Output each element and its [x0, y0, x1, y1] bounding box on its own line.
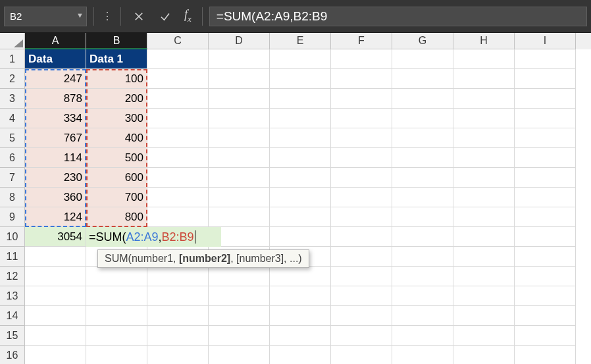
- cell-I2[interactable]: [515, 69, 576, 89]
- cell-I5[interactable]: [515, 128, 576, 148]
- row-header-16[interactable]: 16: [0, 346, 25, 364]
- cell-F14[interactable]: [331, 306, 392, 326]
- cell-area[interactable]: DataData 1247100878200334300767400114500…: [25, 49, 576, 364]
- cell-B8[interactable]: 700: [86, 188, 147, 207]
- cell-G2[interactable]: [392, 69, 453, 89]
- cell-A6[interactable]: 114: [25, 148, 86, 168]
- cell-F5[interactable]: [331, 128, 392, 148]
- cell-F3[interactable]: [331, 89, 392, 109]
- cell-H9[interactable]: [453, 207, 515, 227]
- cell-A5[interactable]: 767: [25, 128, 86, 148]
- name-box[interactable]: B2 ▼: [4, 7, 87, 26]
- col-header-B[interactable]: B: [86, 33, 147, 49]
- cell-B1[interactable]: Data 1: [86, 49, 147, 69]
- cell-B16[interactable]: [86, 346, 147, 364]
- cancel-formula-button[interactable]: [128, 7, 150, 26]
- cell-E6[interactable]: [270, 148, 331, 168]
- cell-A4[interactable]: 334: [25, 109, 86, 128]
- cell-H13[interactable]: [453, 286, 515, 306]
- cell-B9[interactable]: 800: [86, 207, 147, 227]
- cell-B14[interactable]: [86, 306, 147, 326]
- row-header-8[interactable]: 8: [0, 188, 25, 207]
- cell-C6[interactable]: [147, 148, 209, 168]
- cell-B4[interactable]: 300: [86, 109, 147, 128]
- cell-A12[interactable]: [25, 267, 86, 286]
- cell-E2[interactable]: [270, 69, 331, 89]
- cell-H12[interactable]: [453, 267, 515, 286]
- formula-bar[interactable]: =SUM(A2:A9,B2:B9: [209, 7, 587, 26]
- col-header-G[interactable]: G: [392, 33, 453, 49]
- cell-D12[interactable]: [209, 267, 270, 286]
- cell-B13[interactable]: [86, 286, 147, 306]
- cell-G15[interactable]: [392, 326, 453, 346]
- cell-E13[interactable]: [270, 286, 331, 306]
- cell-A11[interactable]: [25, 247, 86, 267]
- cell-F12[interactable]: [331, 267, 392, 286]
- cell-H8[interactable]: [453, 188, 515, 207]
- cell-C15[interactable]: [147, 326, 209, 346]
- cell-D3[interactable]: [209, 89, 270, 109]
- cell-I6[interactable]: [515, 148, 576, 168]
- cell-B6[interactable]: 500: [86, 148, 147, 168]
- cell-B3[interactable]: 200: [86, 89, 147, 109]
- cell-C3[interactable]: [147, 89, 209, 109]
- cell-D6[interactable]: [209, 148, 270, 168]
- cell-D9[interactable]: [209, 207, 270, 227]
- cell-E15[interactable]: [270, 326, 331, 346]
- cell-G6[interactable]: [392, 148, 453, 168]
- col-header-D[interactable]: D: [209, 33, 270, 49]
- cell-C12[interactable]: [147, 267, 209, 286]
- cell-D14[interactable]: [209, 306, 270, 326]
- row-header-10[interactable]: 10: [0, 227, 25, 247]
- row-header-3[interactable]: 3: [0, 89, 25, 109]
- cell-C4[interactable]: [147, 109, 209, 128]
- cell-H5[interactable]: [453, 128, 515, 148]
- row-header-5[interactable]: 5: [0, 128, 25, 148]
- cell-A8[interactable]: 360: [25, 188, 86, 207]
- cell-F15[interactable]: [331, 326, 392, 346]
- cell-A10[interactable]: 3054: [25, 227, 86, 247]
- cell-I11[interactable]: [515, 247, 576, 267]
- row-header-1[interactable]: 1: [0, 49, 25, 69]
- name-box-dropdown-icon[interactable]: ▼: [76, 11, 84, 19]
- cell-I13[interactable]: [515, 286, 576, 306]
- cell-G11[interactable]: [392, 247, 453, 267]
- more-functions-icon[interactable]: ⋮: [101, 10, 114, 22]
- cell-D2[interactable]: [209, 69, 270, 89]
- cell-G12[interactable]: [392, 267, 453, 286]
- cell-B15[interactable]: [86, 326, 147, 346]
- cell-I14[interactable]: [515, 306, 576, 326]
- cell-A16[interactable]: [25, 346, 86, 364]
- cell-I7[interactable]: [515, 168, 576, 188]
- cell-G8[interactable]: [392, 188, 453, 207]
- cell-A7[interactable]: 230: [25, 168, 86, 188]
- col-header-F[interactable]: F: [331, 33, 392, 49]
- row-header-13[interactable]: 13: [0, 286, 25, 306]
- row-header-4[interactable]: 4: [0, 109, 25, 128]
- col-header-I[interactable]: I: [515, 33, 576, 49]
- cell-D1[interactable]: [209, 49, 270, 69]
- cell-H16[interactable]: [453, 346, 515, 364]
- fx-icon[interactable]: fx: [180, 8, 195, 24]
- cell-B2[interactable]: 100: [86, 69, 147, 89]
- cell-A2[interactable]: 247: [25, 69, 86, 89]
- row-header-7[interactable]: 7: [0, 168, 25, 188]
- cell-E7[interactable]: [270, 168, 331, 188]
- cell-D5[interactable]: [209, 128, 270, 148]
- spreadsheet-grid[interactable]: A B C D E F G H I 1234567891011121314151…: [0, 33, 591, 364]
- cell-E5[interactable]: [270, 128, 331, 148]
- cell-H3[interactable]: [453, 89, 515, 109]
- col-header-A[interactable]: A: [25, 33, 86, 49]
- cell-B7[interactable]: 600: [86, 168, 147, 188]
- cell-H1[interactable]: [453, 49, 515, 69]
- cell-I16[interactable]: [515, 346, 576, 364]
- cell-H7[interactable]: [453, 168, 515, 188]
- row-header-14[interactable]: 14: [0, 306, 25, 326]
- col-header-C[interactable]: C: [147, 33, 209, 49]
- cell-I9[interactable]: [515, 207, 576, 227]
- cell-G5[interactable]: [392, 128, 453, 148]
- cell-D16[interactable]: [209, 346, 270, 364]
- cell-B12[interactable]: [86, 267, 147, 286]
- cell-G16[interactable]: [392, 346, 453, 364]
- cell-E12[interactable]: [270, 267, 331, 286]
